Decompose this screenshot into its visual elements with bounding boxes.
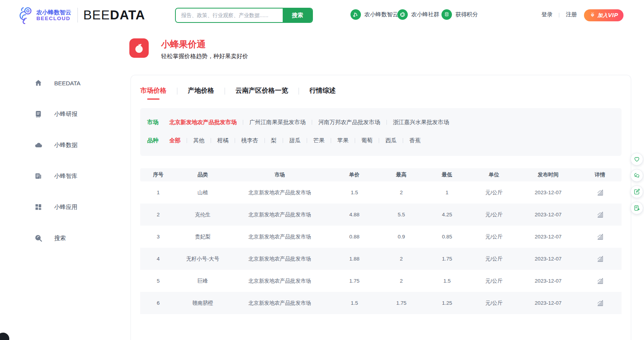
fab-feedback[interactable]: [630, 202, 643, 214]
search-button[interactable]: 搜索: [283, 9, 312, 22]
detail-cell: [578, 226, 622, 248]
sidebar-item-cloud[interactable]: 小蜂数据: [34, 141, 77, 149]
cell-unit: 元/公斤: [470, 270, 518, 292]
cell-index: 5: [140, 270, 176, 292]
sidebar-item-label: 小蜂数据: [54, 142, 77, 149]
app-header: 小蜂果价通 轻松掌握价格趋势，种好果卖好价: [129, 38, 248, 60]
register-link[interactable]: 注册: [566, 11, 577, 18]
library-icon: [34, 172, 43, 180]
filter-row: 市场北京新发地农产品批发市场广州江南果菜批发市场河南万邦农产品批发市场浙江嘉兴水…: [147, 119, 615, 126]
wechat-icon: [634, 172, 640, 179]
detail-cell: [578, 292, 622, 314]
filter-option[interactable]: 梨: [271, 137, 277, 144]
detail-cell: [578, 248, 622, 270]
tab-2[interactable]: 产地价格: [188, 86, 214, 100]
cell-high: 2: [378, 181, 424, 204]
page-subtitle: 轻松掌握价格趋势，种好果卖好价: [161, 53, 248, 60]
cell-market: 北京新发地农产品批发市场: [229, 226, 330, 248]
nav-shuzhiyun[interactable]: 农小蜂数智云: [350, 9, 398, 20]
filter-option[interactable]: 北京新发地农产品批发市场: [169, 119, 237, 126]
table-row: 5巨峰北京新发地农产品批发市场1.7521.5元/公斤2023-12-07: [140, 270, 622, 292]
cell-unit: 元/公斤: [470, 226, 518, 248]
tab-divider: [177, 88, 177, 95]
column-header: 最高: [378, 168, 424, 181]
bar-chart-icon[interactable]: [596, 189, 604, 195]
cell-low: 1.25: [424, 292, 470, 314]
tab-3[interactable]: 云南产区价格一览: [235, 86, 288, 100]
fab-edit[interactable]: [630, 185, 643, 198]
page-title: 小蜂果价通: [161, 38, 248, 50]
cell-market: 北京新发地农产品批发市场: [229, 270, 330, 292]
cell-date: 2023-12-07: [518, 204, 578, 226]
filter-divider: [283, 138, 283, 143]
filter-option[interactable]: 广州江南果菜批发市场: [249, 119, 306, 126]
filter-option[interactable]: 浙江嘉兴水果批发市场: [393, 119, 449, 126]
sidebar-item-library[interactable]: 小蜂智库: [34, 172, 77, 180]
cell-variety: 山楂: [176, 181, 229, 204]
brand-en: BEECLOUD: [36, 16, 71, 22]
sidebar-item-home[interactable]: BEEDATA: [34, 79, 81, 87]
sidebar-item-search[interactable]: 搜索: [34, 234, 66, 242]
brand-text: 农小蜂数智云 BEECLOUD: [36, 9, 71, 22]
bar-chart-icon[interactable]: [596, 255, 604, 261]
nav-jifen[interactable]: 获得积分: [441, 9, 478, 20]
cell-price: 0.88: [330, 226, 378, 248]
filter-option[interactable]: 苹果: [337, 137, 349, 144]
filter-divider: [243, 120, 243, 125]
cell-low: 0.85: [424, 226, 470, 248]
join-vip-button[interactable]: 加入VIP: [584, 9, 623, 21]
search-icon: [34, 234, 43, 242]
filter-divider: [235, 138, 235, 143]
filter-option[interactable]: 香蕉: [409, 137, 421, 144]
bar-chart-icon[interactable]: [596, 211, 604, 217]
nav-shequn[interactable]: 农小蜂社群: [397, 9, 440, 20]
bar-chart-icon[interactable]: [596, 300, 604, 305]
filter-option[interactable]: 芒果: [313, 137, 325, 144]
filter-option[interactable]: 其他: [193, 137, 204, 144]
bar-chart-icon[interactable]: [596, 233, 604, 239]
filter-option[interactable]: 桃李杏: [241, 137, 258, 144]
report-icon: [34, 110, 43, 118]
filter-divider: [386, 120, 387, 125]
filter-option[interactable]: 甜瓜: [289, 137, 301, 144]
price-table-wrap: 序号品类市场单价最高最低单位发布时间详情 1山楂北京新发地农产品批发市场1.52…: [140, 168, 622, 314]
cell-unit: 元/公斤: [470, 204, 518, 226]
login-link[interactable]: 登录: [541, 11, 553, 18]
filter-divider: [264, 138, 265, 143]
filter-option[interactable]: 全部: [169, 137, 180, 144]
column-header: 详情: [578, 168, 622, 181]
sidebar-item-label: 小蜂研报: [54, 110, 77, 118]
brand-logo[interactable]: 农小蜂数智云 BEECLOUD BEEDATA: [18, 6, 145, 24]
table-row: 4无籽小号-大号北京新发地农产品批发市场1.8821.75元/公斤2023-12…: [140, 248, 622, 270]
product-logo: BEEDATA: [83, 8, 145, 22]
cell-high: 0.9: [378, 226, 424, 248]
cell-high: 2: [378, 248, 424, 270]
cell-variety: 赣南脐橙: [176, 292, 229, 314]
detail-cell: [578, 270, 622, 292]
filter-option[interactable]: 河南万邦农产品批发市场: [318, 119, 380, 126]
bar-chart-icon[interactable]: [596, 278, 604, 283]
fab-wechat[interactable]: [630, 169, 643, 182]
cell-low: 1: [424, 181, 470, 204]
cell-market: 北京新发地农产品批发市场: [229, 292, 330, 314]
sidebar-item-report[interactable]: 小蜂研报: [34, 110, 77, 118]
search-input[interactable]: [176, 9, 283, 22]
cell-date: 2023-12-07: [518, 226, 578, 248]
filter-option[interactable]: 西瓜: [385, 137, 397, 144]
heart-icon: [634, 156, 640, 162]
filter-option[interactable]: 柑橘: [217, 137, 228, 144]
cell-unit: 元/公斤: [470, 181, 518, 204]
detail-cell: [578, 204, 622, 226]
fab-heart[interactable]: [630, 153, 643, 166]
tab-1[interactable]: 市场价格: [140, 86, 167, 100]
cell-unit: 元/公斤: [470, 292, 518, 314]
tab-4[interactable]: 行情综述: [309, 86, 336, 100]
cell-high: 2: [378, 270, 424, 292]
cell-market: 北京新发地农产品批发市场: [229, 181, 330, 204]
table-row: 2克伦生北京新发地农产品批发市场4.885.54.25元/公斤2023-12-0…: [140, 204, 622, 226]
sidebar-item-apps[interactable]: 小蜂应用: [34, 203, 77, 211]
sidebar-item-label: 小蜂智库: [54, 173, 77, 180]
auth-divider: |: [558, 12, 560, 17]
filter-option[interactable]: 葡萄: [361, 137, 373, 144]
filter-divider: [379, 138, 379, 143]
